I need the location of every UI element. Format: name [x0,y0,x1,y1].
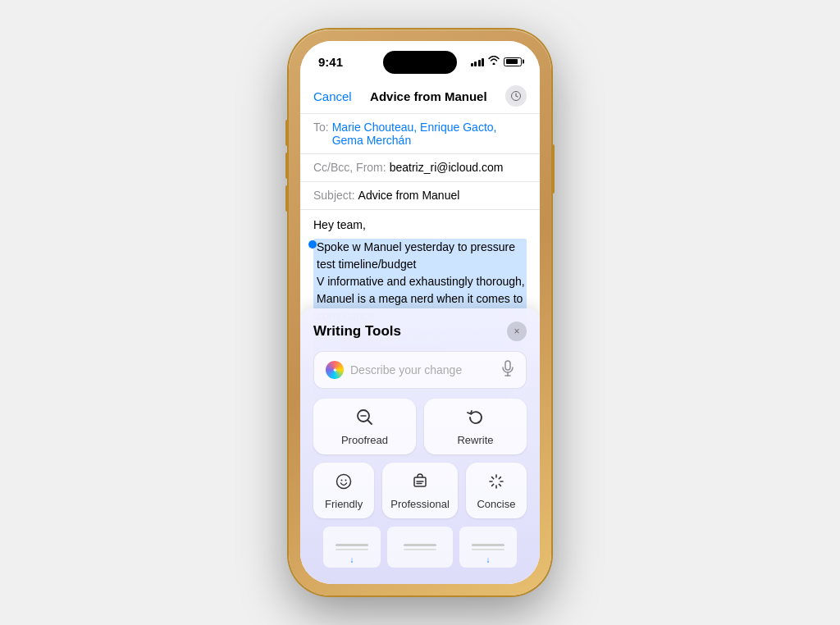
panel-title: Writing Tools [313,323,401,340]
professional-icon [411,472,429,493]
close-button[interactable]: × [507,322,527,341]
screen-content: 9:41 [300,41,540,584]
to-value[interactable]: Marie Chouteau, Enrique Gacto, Gema Merc… [332,121,527,147]
email-greeting: Hey team, [313,217,527,234]
status-time: 9:41 [318,55,343,69]
concise-label: Concise [477,498,515,510]
cc-label: Cc/Bcc, From: [313,161,386,174]
rewrite-icon [467,408,485,429]
svg-point-8 [341,480,343,481]
svg-point-9 [345,480,347,481]
professional-label: Professional [390,498,450,510]
compose-title: Advice from Manuel [370,89,487,103]
proofread-icon [356,408,374,429]
writing-tools-panel: Writing Tools × Describe your change [300,308,540,584]
thumb-arrow-1: ↓ [350,555,354,564]
svg-line-5 [368,420,372,424]
writing-tools-icon [326,361,344,379]
friendly-icon [335,472,353,493]
thumbnail-3[interactable]: ↓ [459,527,517,568]
proofread-label: Proofread [341,434,388,446]
subject-value[interactable]: Advice from Manuel [358,189,527,202]
professional-button[interactable]: Professional [382,463,458,518]
friendly-label: Friendly [325,498,363,510]
dynamic-island [383,51,457,74]
friendly-button[interactable]: Friendly [313,463,374,518]
thumb-arrow-3: ↓ [486,555,491,564]
thumbnail-row: ↓ ↓ [313,527,527,568]
to-label: To: [313,121,329,134]
subject-field: Subject: Advice from Manuel [300,182,540,210]
compose-header: Cancel Advice from Manuel [300,77,540,114]
status-icons [471,56,523,67]
thumbnail-1[interactable]: ↓ [323,527,381,568]
secondary-tools-row: Friendly Professional [313,463,527,518]
cc-value[interactable]: beatriz_ri@icloud.com [390,161,527,174]
phone-screen: 9:41 [300,41,540,584]
svg-point-7 [337,475,351,489]
microphone-icon[interactable] [501,360,514,380]
svg-rect-1 [505,361,510,370]
to-field: To: Marie Chouteau, Enrique Gacto, Gema … [300,114,540,154]
describe-placeholder: Describe your change [350,363,501,376]
proofread-button[interactable]: Proofread [313,399,416,454]
concise-icon [487,472,505,493]
cc-field: Cc/Bcc, From: beatriz_ri@icloud.com [300,154,540,182]
selection-handle [308,240,317,249]
concise-button[interactable]: Concise [466,463,527,518]
cancel-button[interactable]: Cancel [313,89,352,103]
thumbnail-2[interactable] [387,527,453,568]
signal-bars-icon [471,57,485,66]
subject-label: Subject: [313,189,355,202]
wifi-icon [488,56,500,67]
rewrite-button[interactable]: Rewrite [424,399,527,454]
main-tools-row: Proofread Rewrite [313,399,527,454]
describe-input-container[interactable]: Describe your change [313,351,527,389]
battery-icon [504,57,522,66]
compose-action-icon[interactable] [505,85,527,107]
panel-header: Writing Tools × [313,322,527,341]
rewrite-label: Rewrite [457,434,493,446]
phone-mockup: 9:41 [289,30,551,595]
